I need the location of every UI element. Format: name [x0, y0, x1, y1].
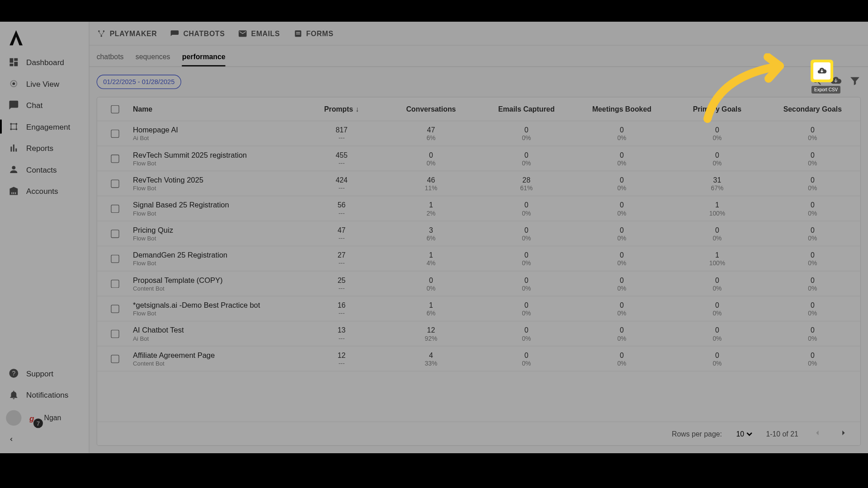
rows-per-page-label: Rows per page: — [672, 430, 722, 438]
chat-icon — [8, 100, 19, 111]
row-checkbox[interactable] — [111, 204, 119, 212]
filter-button[interactable] — [849, 75, 861, 89]
sidebar-item-liveview[interactable]: Live View — [0, 73, 89, 94]
row-checkbox[interactable] — [111, 254, 119, 263]
row-secondary-goals: 0 — [765, 150, 860, 159]
bell-icon — [8, 389, 19, 400]
sidebar-item-accounts[interactable]: Accounts — [0, 180, 89, 202]
row-type: Flow Bot — [133, 310, 300, 317]
performance-table: Name Prompts↓ Conversations Emails Captu… — [97, 97, 861, 446]
date-range-chip[interactable]: 01/22/2025 - 01/28/2025 — [97, 75, 181, 89]
col-name[interactable]: Name — [133, 105, 300, 113]
col-prompts[interactable]: Prompts↓ — [300, 105, 383, 113]
tab-playmaker[interactable]: PLAYMAKER — [97, 28, 157, 38]
row-checkbox[interactable] — [111, 279, 119, 287]
row-type: Content Bot — [133, 360, 300, 366]
table-row[interactable]: Signal Based 25 RegistrationFlow Bot56--… — [97, 196, 860, 221]
row-checkbox[interactable] — [111, 179, 119, 188]
subtab-performance[interactable]: performance — [182, 53, 226, 66]
row-meetings: 0 — [574, 201, 670, 209]
sidebar: Dashboard Live View Chat Engagement Repo… — [0, 22, 90, 453]
sidebar-label: Reports — [26, 144, 53, 153]
subtab-chatbots[interactable]: chatbots — [97, 53, 124, 66]
row-emails: 28 — [479, 176, 574, 184]
sidebar-nav: Dashboard Live View Chat Engagement Repo… — [0, 52, 89, 362]
prev-page-button[interactable] — [810, 426, 825, 442]
row-type: Flow Bot — [133, 260, 300, 267]
row-conversations: 3 — [383, 226, 479, 234]
sidebar-bottom: ? Support Notifications g. Ngan 7 — [0, 362, 89, 453]
row-conversations: 46 — [383, 176, 479, 184]
table-row[interactable]: Proposal Template (COPY)Content Bot25---… — [97, 272, 860, 296]
engagement-icon — [8, 121, 19, 132]
export-tooltip: Export CSV — [811, 86, 840, 94]
table-row[interactable]: AI Chatbot TestAi Bot13---1292%00%00%00%… — [97, 321, 860, 346]
rows-per-page-select[interactable]: 10 — [734, 429, 754, 438]
row-emails: 0 — [479, 326, 574, 334]
row-checkbox[interactable] — [111, 230, 119, 238]
row-prompts: 817 — [300, 126, 383, 134]
sidebar-item-notifications[interactable]: Notifications — [0, 384, 89, 405]
avatar — [6, 410, 21, 426]
row-emails: 0 — [479, 351, 574, 359]
tab-chatbots[interactable]: CHATBOTS — [170, 28, 225, 38]
row-secondary-goals: 0 — [765, 301, 860, 309]
sidebar-label: Live View — [26, 79, 59, 88]
row-type: Flow Bot — [133, 185, 300, 192]
sidebar-item-reports[interactable]: Reports — [0, 137, 89, 159]
row-name: DemandGen 25 Registration — [133, 251, 300, 259]
next-page-button[interactable] — [836, 426, 851, 442]
notification-badge: 7 — [33, 418, 43, 428]
row-name: AI Chatbot Test — [133, 326, 300, 334]
table-row[interactable]: RevTech Voting 2025Flow Bot424---4611%28… — [97, 171, 860, 196]
row-secondary-goals: 0 — [765, 201, 860, 209]
col-conversations[interactable]: Conversations — [383, 105, 479, 113]
row-meetings: 0 — [574, 301, 670, 309]
row-emails: 0 — [479, 301, 574, 309]
sidebar-item-support[interactable]: ? Support — [0, 362, 89, 384]
tab-emails[interactable]: EMAILS — [238, 28, 280, 38]
row-checkbox[interactable] — [111, 154, 119, 162]
sidebar-item-dashboard[interactable]: Dashboard — [0, 52, 89, 73]
table-row[interactable]: DemandGen 25 RegistrationFlow Bot27---14… — [97, 246, 860, 271]
row-name: Homepage AI — [133, 126, 300, 134]
table-row[interactable]: *getsignals.ai -Demo Best Practice botFl… — [97, 296, 860, 321]
subtab-sequences[interactable]: sequences — [136, 53, 170, 66]
row-checkbox[interactable] — [111, 305, 119, 313]
svg-point-8 — [103, 30, 105, 32]
chevron-left-icon — [8, 436, 14, 442]
row-name: Proposal Template (COPY) — [133, 276, 300, 284]
user-menu[interactable]: g. Ngan 7 — [0, 405, 89, 430]
pagination-range: 1-10 of 21 — [766, 430, 798, 438]
col-emails[interactable]: Emails Captured — [479, 105, 574, 113]
row-conversations: 4 — [383, 351, 479, 359]
sidebar-item-contacts[interactable]: Contacts — [0, 159, 89, 180]
row-checkbox[interactable] — [111, 354, 119, 362]
row-secondary-goals: 0 — [765, 276, 860, 284]
sidebar-item-engagement[interactable]: Engagement — [0, 116, 89, 137]
table-row[interactable]: Pricing QuizFlow Bot47---36%00%00%00%00% — [97, 221, 860, 246]
row-secondary-goals: 0 — [765, 326, 860, 334]
table-row[interactable]: Affiliate Agreement PageContent Bot12---… — [97, 347, 860, 371]
sidebar-item-chat[interactable]: Chat — [0, 94, 89, 116]
row-checkbox[interactable] — [111, 129, 119, 137]
select-all-checkbox[interactable] — [111, 105, 119, 113]
row-primary-goals: 0 — [670, 126, 765, 134]
svg-text:?: ? — [12, 370, 15, 377]
sort-desc-icon: ↓ — [355, 105, 359, 113]
col-meetings[interactable]: Meetings Booked — [574, 105, 670, 113]
tab-forms[interactable]: FORMS — [293, 28, 333, 38]
row-type: Content Bot — [133, 285, 300, 291]
row-name: Signal Based 25 Registration — [133, 201, 300, 209]
sidebar-label: Contacts — [26, 165, 57, 174]
row-type: Flow Bot — [133, 235, 300, 241]
chevron-right-icon — [839, 428, 848, 437]
forms-icon — [293, 28, 302, 38]
sidebar-collapse[interactable] — [0, 431, 89, 449]
row-name: RevTech Summit 2025 registration — [133, 150, 300, 159]
svg-point-2 — [15, 123, 17, 125]
sidebar-label: Notifications — [26, 390, 68, 399]
row-checkbox[interactable] — [111, 329, 119, 338]
table-row[interactable]: RevTech Summit 2025 registrationFlow Bot… — [97, 146, 860, 171]
row-name: RevTech Voting 2025 — [133, 176, 300, 184]
